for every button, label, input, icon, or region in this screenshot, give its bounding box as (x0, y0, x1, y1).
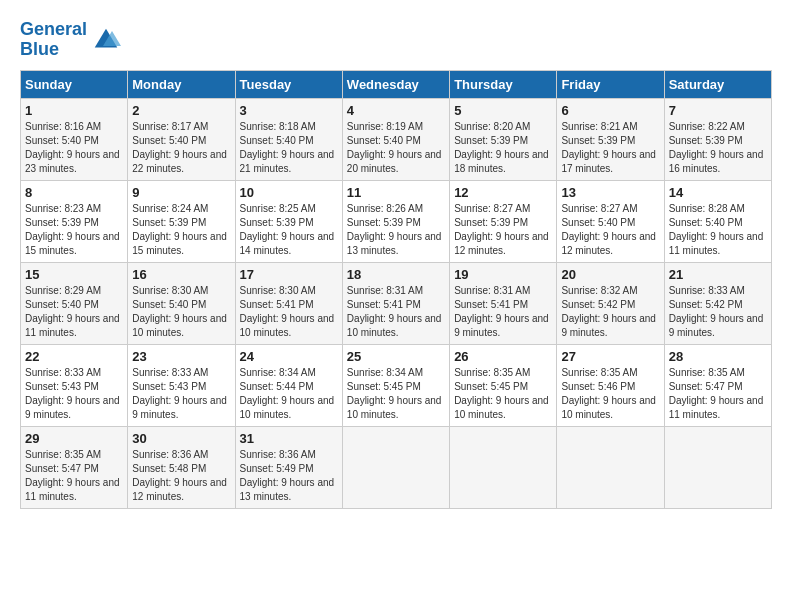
day-info: Sunrise: 8:33 AMSunset: 5:43 PMDaylight:… (25, 367, 120, 420)
day-number: 14 (669, 185, 767, 200)
day-info: Sunrise: 8:28 AMSunset: 5:40 PMDaylight:… (669, 203, 764, 256)
calendar-cell: 24 Sunrise: 8:34 AMSunset: 5:44 PMDaylig… (235, 344, 342, 426)
calendar-cell: 20 Sunrise: 8:32 AMSunset: 5:42 PMDaylig… (557, 262, 664, 344)
calendar-cell: 5 Sunrise: 8:20 AMSunset: 5:39 PMDayligh… (450, 98, 557, 180)
day-info: Sunrise: 8:34 AMSunset: 5:44 PMDaylight:… (240, 367, 335, 420)
calendar-cell: 12 Sunrise: 8:27 AMSunset: 5:39 PMDaylig… (450, 180, 557, 262)
header-cell-monday: Monday (128, 70, 235, 98)
day-number: 15 (25, 267, 123, 282)
day-number: 2 (132, 103, 230, 118)
calendar-cell: 28 Sunrise: 8:35 AMSunset: 5:47 PMDaylig… (664, 344, 771, 426)
calendar-cell (450, 426, 557, 508)
day-info: Sunrise: 8:18 AMSunset: 5:40 PMDaylight:… (240, 121, 335, 174)
day-number: 5 (454, 103, 552, 118)
day-number: 19 (454, 267, 552, 282)
day-number: 20 (561, 267, 659, 282)
day-info: Sunrise: 8:33 AMSunset: 5:42 PMDaylight:… (669, 285, 764, 338)
day-info: Sunrise: 8:36 AMSunset: 5:48 PMDaylight:… (132, 449, 227, 502)
calendar-cell: 8 Sunrise: 8:23 AMSunset: 5:39 PMDayligh… (21, 180, 128, 262)
calendar-cell: 19 Sunrise: 8:31 AMSunset: 5:41 PMDaylig… (450, 262, 557, 344)
day-number: 29 (25, 431, 123, 446)
header-cell-friday: Friday (557, 70, 664, 98)
calendar-week-4: 22 Sunrise: 8:33 AMSunset: 5:43 PMDaylig… (21, 344, 772, 426)
calendar-cell (664, 426, 771, 508)
header-cell-saturday: Saturday (664, 70, 771, 98)
day-info: Sunrise: 8:27 AMSunset: 5:40 PMDaylight:… (561, 203, 656, 256)
calendar-cell: 13 Sunrise: 8:27 AMSunset: 5:40 PMDaylig… (557, 180, 664, 262)
calendar-table: SundayMondayTuesdayWednesdayThursdayFrid… (20, 70, 772, 509)
day-info: Sunrise: 8:31 AMSunset: 5:41 PMDaylight:… (454, 285, 549, 338)
calendar-cell: 30 Sunrise: 8:36 AMSunset: 5:48 PMDaylig… (128, 426, 235, 508)
day-info: Sunrise: 8:36 AMSunset: 5:49 PMDaylight:… (240, 449, 335, 502)
calendar-cell: 1 Sunrise: 8:16 AMSunset: 5:40 PMDayligh… (21, 98, 128, 180)
calendar-cell (342, 426, 449, 508)
day-number: 30 (132, 431, 230, 446)
day-number: 9 (132, 185, 230, 200)
day-info: Sunrise: 8:16 AMSunset: 5:40 PMDaylight:… (25, 121, 120, 174)
day-info: Sunrise: 8:27 AMSunset: 5:39 PMDaylight:… (454, 203, 549, 256)
day-info: Sunrise: 8:35 AMSunset: 5:45 PMDaylight:… (454, 367, 549, 420)
day-number: 22 (25, 349, 123, 364)
logo-text: GeneralBlue (20, 20, 87, 60)
day-number: 25 (347, 349, 445, 364)
day-info: Sunrise: 8:26 AMSunset: 5:39 PMDaylight:… (347, 203, 442, 256)
calendar-cell (557, 426, 664, 508)
calendar-cell: 21 Sunrise: 8:33 AMSunset: 5:42 PMDaylig… (664, 262, 771, 344)
calendar-cell: 4 Sunrise: 8:19 AMSunset: 5:40 PMDayligh… (342, 98, 449, 180)
day-info: Sunrise: 8:33 AMSunset: 5:43 PMDaylight:… (132, 367, 227, 420)
calendar-cell: 22 Sunrise: 8:33 AMSunset: 5:43 PMDaylig… (21, 344, 128, 426)
header-cell-thursday: Thursday (450, 70, 557, 98)
header-cell-wednesday: Wednesday (342, 70, 449, 98)
header-cell-sunday: Sunday (21, 70, 128, 98)
day-info: Sunrise: 8:22 AMSunset: 5:39 PMDaylight:… (669, 121, 764, 174)
day-number: 18 (347, 267, 445, 282)
day-info: Sunrise: 8:19 AMSunset: 5:40 PMDaylight:… (347, 121, 442, 174)
calendar-cell: 29 Sunrise: 8:35 AMSunset: 5:47 PMDaylig… (21, 426, 128, 508)
day-info: Sunrise: 8:30 AMSunset: 5:40 PMDaylight:… (132, 285, 227, 338)
calendar-cell: 25 Sunrise: 8:34 AMSunset: 5:45 PMDaylig… (342, 344, 449, 426)
calendar-cell: 26 Sunrise: 8:35 AMSunset: 5:45 PMDaylig… (450, 344, 557, 426)
day-info: Sunrise: 8:30 AMSunset: 5:41 PMDaylight:… (240, 285, 335, 338)
day-number: 6 (561, 103, 659, 118)
day-number: 24 (240, 349, 338, 364)
calendar-cell: 27 Sunrise: 8:35 AMSunset: 5:46 PMDaylig… (557, 344, 664, 426)
logo: GeneralBlue (20, 20, 121, 60)
day-info: Sunrise: 8:35 AMSunset: 5:47 PMDaylight:… (669, 367, 764, 420)
day-info: Sunrise: 8:34 AMSunset: 5:45 PMDaylight:… (347, 367, 442, 420)
day-info: Sunrise: 8:32 AMSunset: 5:42 PMDaylight:… (561, 285, 656, 338)
day-number: 8 (25, 185, 123, 200)
day-number: 16 (132, 267, 230, 282)
day-number: 1 (25, 103, 123, 118)
day-info: Sunrise: 8:24 AMSunset: 5:39 PMDaylight:… (132, 203, 227, 256)
day-number: 21 (669, 267, 767, 282)
calendar-cell: 18 Sunrise: 8:31 AMSunset: 5:41 PMDaylig… (342, 262, 449, 344)
page-header: GeneralBlue (20, 20, 772, 60)
calendar-body: 1 Sunrise: 8:16 AMSunset: 5:40 PMDayligh… (21, 98, 772, 508)
calendar-cell: 31 Sunrise: 8:36 AMSunset: 5:49 PMDaylig… (235, 426, 342, 508)
day-info: Sunrise: 8:29 AMSunset: 5:40 PMDaylight:… (25, 285, 120, 338)
day-number: 3 (240, 103, 338, 118)
day-number: 26 (454, 349, 552, 364)
day-number: 10 (240, 185, 338, 200)
day-number: 23 (132, 349, 230, 364)
day-number: 12 (454, 185, 552, 200)
day-info: Sunrise: 8:17 AMSunset: 5:40 PMDaylight:… (132, 121, 227, 174)
day-info: Sunrise: 8:31 AMSunset: 5:41 PMDaylight:… (347, 285, 442, 338)
calendar-cell: 11 Sunrise: 8:26 AMSunset: 5:39 PMDaylig… (342, 180, 449, 262)
calendar-cell: 14 Sunrise: 8:28 AMSunset: 5:40 PMDaylig… (664, 180, 771, 262)
day-info: Sunrise: 8:35 AMSunset: 5:46 PMDaylight:… (561, 367, 656, 420)
day-info: Sunrise: 8:35 AMSunset: 5:47 PMDaylight:… (25, 449, 120, 502)
calendar-week-2: 8 Sunrise: 8:23 AMSunset: 5:39 PMDayligh… (21, 180, 772, 262)
calendar-cell: 23 Sunrise: 8:33 AMSunset: 5:43 PMDaylig… (128, 344, 235, 426)
day-number: 11 (347, 185, 445, 200)
day-number: 31 (240, 431, 338, 446)
day-number: 7 (669, 103, 767, 118)
calendar-week-1: 1 Sunrise: 8:16 AMSunset: 5:40 PMDayligh… (21, 98, 772, 180)
header-row: SundayMondayTuesdayWednesdayThursdayFrid… (21, 70, 772, 98)
calendar-cell: 6 Sunrise: 8:21 AMSunset: 5:39 PMDayligh… (557, 98, 664, 180)
logo-icon (91, 25, 121, 55)
calendar-cell: 9 Sunrise: 8:24 AMSunset: 5:39 PMDayligh… (128, 180, 235, 262)
day-info: Sunrise: 8:25 AMSunset: 5:39 PMDaylight:… (240, 203, 335, 256)
day-number: 17 (240, 267, 338, 282)
calendar-week-5: 29 Sunrise: 8:35 AMSunset: 5:47 PMDaylig… (21, 426, 772, 508)
